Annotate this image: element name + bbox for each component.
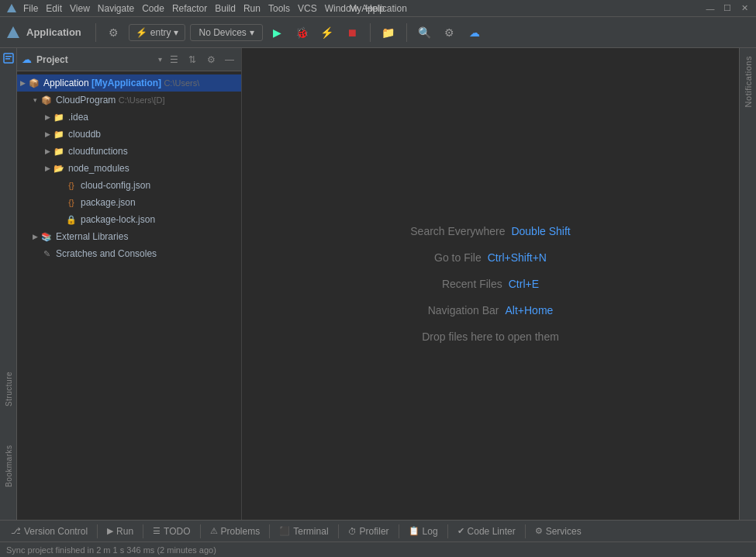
tree-item-label: CloudProgram C:\Users\[D]: [56, 95, 165, 106]
tree-arrow-icon: ▶: [42, 130, 53, 138]
run-coverage-button[interactable]: ⚡: [317, 22, 337, 43]
tree-item[interactable]: ▶ 📁 clouddb: [17, 126, 241, 143]
bottom-sep: [200, 524, 201, 538]
menu-item-tools[interactable]: Tools: [268, 3, 290, 14]
welcome-label: Navigation Bar: [428, 304, 499, 317]
menu-item-view[interactable]: View: [70, 3, 90, 14]
settings-icon[interactable]: ⚙: [104, 22, 124, 43]
search-button[interactable]: 🔍: [415, 22, 435, 43]
bottom-btn-icon: 📋: [409, 526, 419, 536]
bottom-btn-label: Version Control: [24, 526, 88, 537]
bottom-sep: [269, 524, 270, 538]
welcome-shortcut[interactable]: Alt+Home: [505, 304, 553, 317]
tree-item[interactable]: ▶ 📁 .idea: [17, 109, 241, 126]
welcome-label: Recent Files: [442, 278, 502, 290]
bottom-btn-todo[interactable]: ☰TODO: [147, 523, 196, 540]
tree-item-label: External Libraries: [56, 231, 128, 242]
tree-item[interactable]: ▶ 📚 External Libraries: [17, 228, 241, 245]
bottom-btn-terminal[interactable]: ⬛Terminal: [273, 523, 334, 540]
welcome-shortcut[interactable]: Double Shift: [511, 225, 570, 237]
menu-item-vcs[interactable]: VCS: [298, 3, 317, 14]
settings-button[interactable]: ⚙: [440, 22, 460, 43]
project-structure-button[interactable]: 📁: [378, 22, 399, 43]
bottom-btn-icon: ⎇: [11, 526, 21, 536]
entry-label: entry: [150, 27, 171, 38]
tree-file-icon: 📦: [40, 94, 53, 106]
welcome-row: Search Everywhere Double Shift: [410, 225, 570, 237]
bookmarks-strip-icon[interactable]: Bookmarks: [2, 459, 16, 473]
tree-item[interactable]: ▶ 📦 Application [MyApplication] C:\Users…: [17, 74, 241, 92]
bottom-btn-icon: ✔: [457, 526, 464, 536]
welcome-shortcut[interactable]: Ctrl+E: [509, 278, 539, 290]
tree-item[interactable]: ▾ 📦 CloudProgram C:\Users\[D]: [17, 92, 241, 109]
tree-arrow-icon: ▶: [42, 147, 53, 155]
cloud-button[interactable]: ☁: [464, 22, 485, 43]
bottom-btn-problems[interactable]: ⚠Problems: [204, 523, 267, 540]
maximize-button[interactable]: ☐: [722, 3, 733, 14]
bottom-btn-icon: ☰: [153, 526, 161, 536]
tree-item[interactable]: ▶ 📁 cloudfunctions: [17, 143, 241, 160]
right-sidebar-strip: Notifications: [739, 48, 756, 520]
menu-item-refactor[interactable]: Refactor: [172, 3, 207, 14]
bottom-btn-run[interactable]: ▶Run: [101, 523, 140, 540]
bottom-btn-version-control[interactable]: ⎇Version Control: [5, 523, 94, 540]
welcome-row: Recent Files Ctrl+E: [442, 278, 539, 290]
app-icon: [6, 3, 17, 14]
panel-close-button[interactable]: —: [223, 53, 236, 67]
minimize-button[interactable]: —: [705, 3, 716, 14]
welcome-label: Search Everywhere: [410, 225, 505, 237]
bottom-btn-log[interactable]: 📋Log: [402, 523, 444, 540]
tree-item[interactable]: {} package.json: [17, 194, 241, 211]
menu-item-run[interactable]: Run: [243, 3, 261, 14]
tree-item[interactable]: ▶ 📂 node_modules: [17, 160, 241, 177]
panel-sort-button[interactable]: ⇅: [185, 53, 199, 67]
entry-icon: ⚡: [136, 27, 147, 38]
tree-item[interactable]: 🔒 package-lock.json: [17, 211, 241, 228]
bottom-btn-code-linter[interactable]: ✔Code Linter: [451, 523, 522, 540]
bottom-btn-label: TODO: [164, 526, 190, 537]
panel-collapse-all-button[interactable]: ☰: [167, 53, 181, 67]
stop-button[interactable]: ⏹: [342, 22, 362, 43]
tree-item[interactable]: {} cloud-config.json: [17, 177, 241, 194]
structure-strip-icon[interactable]: Structure: [2, 382, 16, 396]
menu-item-code[interactable]: Code: [142, 3, 164, 14]
welcome-row: Go to File Ctrl+Shift+N: [434, 251, 547, 264]
tree-arrow-icon: ▶: [29, 233, 40, 240]
bottom-btn-icon: ⚙: [535, 526, 543, 536]
debug-button[interactable]: 🐞: [292, 22, 312, 43]
left-sidebar-strip: Structure Bookmarks: [0, 48, 17, 520]
project-strip-icon[interactable]: [2, 51, 16, 65]
menu-item-file[interactable]: File: [23, 3, 38, 14]
run-button[interactable]: ▶: [268, 22, 288, 43]
menu-item-build[interactable]: Build: [215, 3, 236, 14]
menu-item-edit[interactable]: Edit: [46, 3, 62, 14]
toolbar-app-icon: [5, 24, 22, 41]
devices-button[interactable]: No Devices ▾: [190, 24, 262, 41]
tree-file-icon: ✎: [40, 247, 53, 260]
menu-bar[interactable]: FileEditViewNavigateCodeRefactorBuildRun…: [23, 3, 385, 14]
bottom-btn-services[interactable]: ⚙Services: [529, 523, 588, 540]
welcome-shortcut[interactable]: Ctrl+Shift+N: [488, 251, 547, 264]
devices-arrow-icon: ▾: [250, 27, 254, 38]
tree-item-label: Scratches and Consoles: [56, 248, 157, 259]
bottom-btn-profiler[interactable]: ⏱Profiler: [342, 523, 395, 540]
welcome-label: Drop files here to open them: [422, 330, 559, 343]
menu-item-navigate[interactable]: Navigate: [98, 3, 134, 14]
entry-button[interactable]: ⚡ entry ▾: [129, 24, 186, 41]
tree-item[interactable]: ✎ Scratches and Consoles: [17, 245, 241, 262]
panel-settings-button[interactable]: ⚙: [204, 53, 218, 67]
window-controls[interactable]: — ☐ ✕: [705, 3, 750, 14]
svg-marker-1: [7, 26, 19, 38]
tree-item-label: cloudfunctions: [68, 146, 128, 157]
welcome-row: Navigation Bar Alt+Home: [428, 304, 554, 317]
toolbar-sep-2: [370, 23, 371, 42]
bottom-sep: [399, 524, 399, 538]
tree-arrow-icon: ▶: [17, 79, 28, 87]
notifications-strip-label[interactable]: Notifications: [742, 51, 754, 112]
toolbar-app-name: Application: [26, 26, 81, 38]
tree-item-label: Application [MyApplication] C:\Users\: [43, 78, 199, 88]
close-button[interactable]: ✕: [739, 3, 750, 14]
tree-arrow-icon: ▶: [42, 113, 53, 121]
bottom-btn-label: Code Linter: [468, 526, 516, 537]
tree-arrow-icon: ▶: [42, 164, 53, 172]
